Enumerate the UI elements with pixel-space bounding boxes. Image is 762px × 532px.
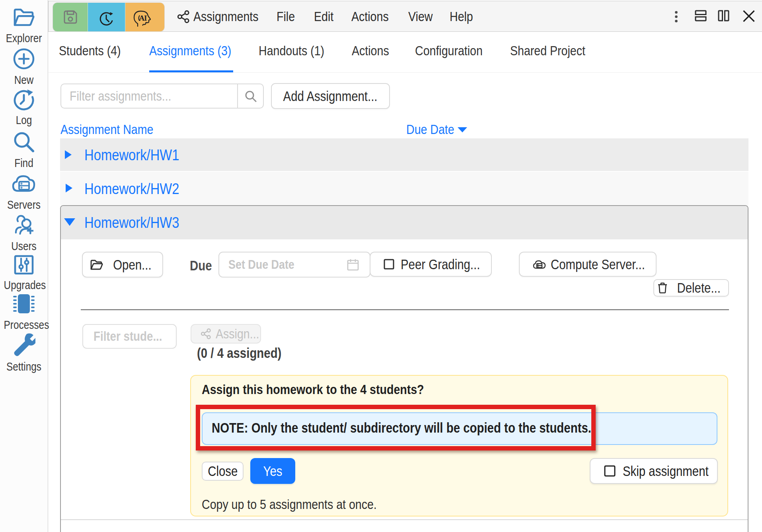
svg-text:AI: AI bbox=[139, 14, 147, 22]
